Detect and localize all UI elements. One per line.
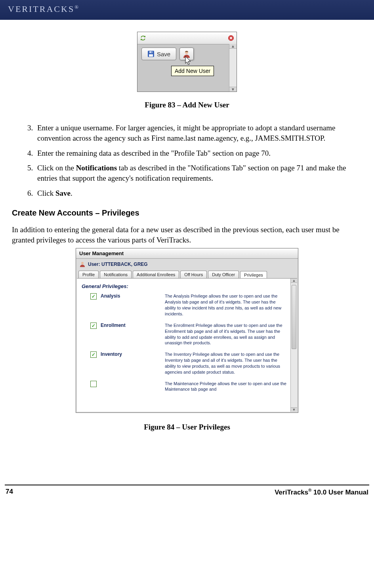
figure-83-toolbar bbox=[137, 32, 237, 44]
tab-notifications[interactable]: Notifications bbox=[100, 271, 132, 278]
tab-duty-officer[interactable]: Duty Officer bbox=[208, 271, 239, 278]
close-icon[interactable] bbox=[228, 35, 234, 41]
page-number: 74 bbox=[6, 488, 13, 496]
privilege-row-enrollment: Enrollment The Enrollment Privilege allo… bbox=[90, 323, 296, 346]
user-icon bbox=[182, 50, 191, 58]
checkbox-analysis[interactable] bbox=[90, 293, 97, 300]
brand-name: VERITRACKS bbox=[8, 4, 74, 14]
checkbox-inventory[interactable] bbox=[90, 351, 97, 358]
step-6: Click Save. bbox=[35, 188, 362, 199]
step-5: Click on the Notifications tab as descri… bbox=[35, 163, 362, 183]
privilege-row-maintenance: The Maintenance Privilege allows the use… bbox=[90, 381, 296, 393]
doc-title: VeriTracks® 10.0 User Manual bbox=[275, 488, 368, 496]
privilege-row-analysis: Analysis The Analysis Privilege allows t… bbox=[90, 293, 296, 317]
checkbox-maintenance[interactable] bbox=[90, 381, 97, 387]
add-user-button[interactable] bbox=[179, 48, 194, 60]
tab-profile[interactable]: Profile bbox=[78, 271, 99, 278]
privilege-name: Enrollment bbox=[101, 323, 126, 328]
svg-rect-4 bbox=[151, 52, 152, 53]
privilege-desc: The Maintenance Privilege allows the use… bbox=[165, 381, 296, 393]
section-heading-privileges: Create New Accounts – Privileges bbox=[12, 208, 362, 218]
general-privileges-label: General Privileges: bbox=[82, 283, 296, 289]
refresh-icon[interactable] bbox=[140, 35, 146, 41]
instruction-steps: Enter a unique username. For larger agen… bbox=[12, 123, 362, 198]
tab-additional-enrollees[interactable]: Additional Enrollees bbox=[133, 271, 179, 278]
figure-83-add-new-user: Save Add New User bbox=[137, 32, 237, 92]
save-button-label: Save bbox=[157, 51, 170, 57]
save-button[interactable]: Save bbox=[141, 48, 176, 60]
brand-reg: ® bbox=[74, 4, 78, 10]
tab-privileges[interactable]: Privileges bbox=[240, 271, 267, 279]
privileges-scrollbar[interactable] bbox=[290, 279, 297, 412]
section-intro-text: In addition to entering the general data… bbox=[12, 225, 362, 245]
brand-header: VERITRACKS® bbox=[0, 0, 374, 20]
tab-strip: Profile Notifications Additional Enrolle… bbox=[76, 271, 298, 278]
user-name: UTTERBACK, GREG bbox=[101, 262, 148, 267]
privilege-name: Analysis bbox=[101, 293, 120, 299]
user-small-icon bbox=[79, 261, 86, 267]
figure-83-scrollbar[interactable] bbox=[229, 44, 237, 92]
tab-off-hours[interactable]: Off Hours bbox=[180, 271, 207, 278]
panel-title: User Management bbox=[76, 248, 298, 259]
figure-84-caption: Figure 84 – User Privileges bbox=[12, 423, 362, 431]
svg-rect-2 bbox=[149, 54, 153, 57]
svg-point-6 bbox=[81, 262, 84, 264]
figure-83-caption: Figure 83 – Add New User bbox=[12, 101, 362, 109]
user-header: User: UTTERBACK, GREG bbox=[76, 259, 298, 271]
privilege-desc: The Inventory Privilege allows the user … bbox=[165, 351, 296, 375]
floppy-disk-icon bbox=[147, 50, 155, 57]
privilege-row-inventory: Inventory The Inventory Privilege allows… bbox=[90, 351, 296, 375]
privilege-name: Inventory bbox=[101, 351, 122, 357]
checkbox-enrollment[interactable] bbox=[90, 323, 97, 329]
step-3: Enter a unique username. For larger agen… bbox=[35, 123, 362, 143]
privilege-desc: The Analysis Privilege allows the user t… bbox=[165, 293, 296, 317]
page-footer: 74 VeriTracks® 10.0 User Manual bbox=[5, 485, 369, 502]
step-4: Enter the remaining data as described in… bbox=[35, 148, 362, 158]
figure-84-user-privileges: User Management User: UTTERBACK, GREG Pr… bbox=[76, 248, 298, 413]
add-user-tooltip: Add New User bbox=[171, 66, 214, 76]
privilege-desc: The Enrollment Privilege allows the user… bbox=[165, 323, 296, 346]
